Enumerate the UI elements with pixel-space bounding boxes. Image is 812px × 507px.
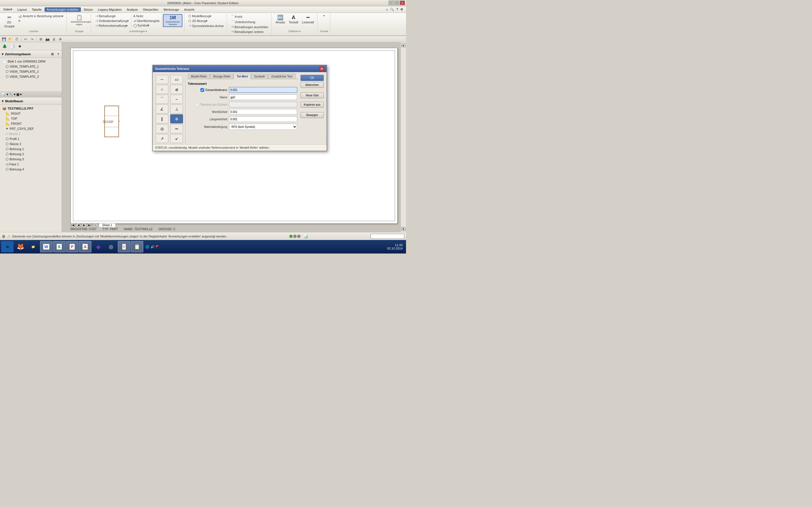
menu-werkzeuge[interactable]: Werkzeuge [161,7,181,12]
btn-bemassung-ausrichten[interactable]: ⊣Bemaßungen ausrichten [230,25,269,29]
btn-2d-bezug[interactable]: ⬡2D-Bezug▾ [187,19,225,23]
gesamttoleranz-checkbox[interactable] [200,88,204,92]
sym-check[interactable]: ⌀ [170,85,183,94]
tree-item-profil1[interactable]: ⬡ Profil 1 [0,136,62,142]
qa-print[interactable]: 🖨 [51,37,57,42]
tree-item-fase1[interactable]: ◁ Fase 1 [0,162,62,167]
sym-arrow2[interactable]: ↙ [170,134,183,143]
qa-open[interactable]: 📂 [8,37,13,42]
menu-skizze[interactable]: Skizze [82,7,95,12]
settings-icon[interactable]: ⚙ [400,8,403,11]
bewegen-button[interactable]: Bewegen [301,112,324,118]
btn-linienstil[interactable]: ━ Linienstil [301,14,315,25]
taskbar-app7[interactable]: ◎ [105,241,117,252]
abbrechen-button[interactable]: Abbrechen [301,82,324,88]
tree-item-bohrung1[interactable]: ⬡ Bohrung 1 [0,147,62,152]
panel-icon-star[interactable]: ★ [16,43,23,49]
taskbar-access[interactable]: A [79,241,91,252]
sym-perp[interactable]: ⊥ [170,105,183,114]
search-home-icon[interactable]: ⌂ [386,8,388,11]
sym-angle[interactable]: ∠ [156,105,168,114]
btn-bemassung[interactable]: ⊣Bemaßung▾ [94,14,130,18]
taskbar-powerpoint[interactable]: P [66,241,79,252]
menu-legacy[interactable]: Legacy-Migration [96,7,124,12]
tree-item-right[interactable]: 📐 RIGHT [0,111,62,116]
kopieren-aus-button[interactable]: Kopieren aus [301,102,324,108]
close-button[interactable]: ✕ [400,1,405,5]
scroll-up-btn[interactable]: ▲ [401,43,406,47]
tree-item-bohrung2[interactable]: ⬡ Bohrung 2 [0,152,62,157]
taskbar-word[interactable]: W [40,241,52,252]
btn-knick[interactable]: ⌒Knick [230,14,269,19]
qa-view[interactable]: ⊞ [38,37,44,42]
sym-arc1[interactable]: ⌒ [156,95,168,104]
btn-ansicht-beziehung[interactable]: 📊Ansicht in Beziehung setzen▾ [17,14,64,18]
laengeneinheit-input[interactable] [229,116,297,122]
menu-uberpruefen[interactable]: Überprüfen [141,7,161,12]
materialbedingung-select[interactable]: RFS (kein Symbol) MMC LMC [229,124,297,130]
btn-modellbezug[interactable]: ⬡Modellbezug▾ [187,14,225,18]
menu-layout[interactable]: Layout [15,7,29,12]
tree-options-btn[interactable]: ▤ [50,52,55,57]
minimize-button[interactable]: ─ [389,1,394,5]
sym-equals[interactable]: ═ [170,124,183,133]
neue-gtol-button[interactable]: Neue Gtol [301,93,324,98]
tree-item-vt2[interactable]: ⬡ VIEW_TEMPLATE_2 [0,69,62,74]
sym-circle2[interactable]: ◎ [156,124,168,133]
tree-item-bohrung4[interactable]: ⬡ Bohrung 4 [0,167,62,172]
tree-item-skizze2[interactable]: ⬡ Skizze 2 [0,142,62,147]
tol-pro-einheit-checkbox[interactable] [195,103,199,107]
btn-unterbrechung[interactable]: ⌒Unterbrechung [230,19,269,24]
taskbar-vs[interactable]: ◆ [92,241,104,252]
tree-item-vt1[interactable]: ⬡ VIEW_TEMPLATE_1 [0,64,62,69]
taskbar-excel[interactable]: X [53,241,65,252]
btn-ordinatenbemassung[interactable]: ⊣Ordinatenbemaßung▾ [94,19,130,23]
tree-item-csys[interactable]: ✴ PRT_CSYS_DEF [0,126,62,131]
tree-item-part[interactable]: 📦 TESTWELLE.PRT [0,106,62,111]
search-icon[interactable]: 🔍 [390,8,394,11]
maximize-button[interactable]: □ [394,1,399,5]
btn-loeschen[interactable]: ✕ [17,19,64,23]
btn-oberflaeche[interactable]: ⊿Oberflächengüte [132,18,161,23]
qa-screenshot[interactable]: 📷 [45,37,50,42]
sym-arrow1[interactable]: ↗ [156,134,168,143]
menu-analyse[interactable]: Analyse [124,7,140,12]
name-input[interactable] [229,94,297,100]
tab-bezugs-refer[interactable]: Bezugs-Refer [210,74,234,79]
btn-textstil[interactable]: A Textstil [287,14,300,25]
tab-zusaetzlicher[interactable]: Zusätzlicher Text [268,74,296,79]
taskbar-creo[interactable]: I [118,241,130,252]
tab-modell-refer[interactable]: Modell-Refer [188,74,210,79]
dialog-close-button[interactable]: ✕ [319,66,324,71]
panel-icon-layers[interactable]: 📑 [9,43,15,49]
taskbar-explorer[interactable]: 📁 [27,241,40,252]
sym-arc2[interactable]: ⌢ [170,95,183,104]
btn-modellanmerkungen[interactable]: 📋 Modellanmerkungen zeigen [69,14,89,26]
menu-tabelle[interactable]: Tabelle [30,7,44,12]
qa-new[interactable]: 🗒 [14,37,20,42]
btn-ansatz[interactable]: 🔤 Ansatz [274,14,287,25]
tree-item-vt3[interactable]: ⬡ VIEW_TEMPLATE_3 [0,74,62,79]
btn-geometrische-toleranz[interactable]: 1M Geometrische Toleranz [163,14,183,27]
taskbar-firefox[interactable]: 🦊 [14,241,27,252]
sym-rect[interactable]: ▭ [170,75,183,84]
tree-item-front[interactable]: 📐 FRONT [0,121,62,126]
qa-add[interactable]: ⊕ [57,37,63,42]
tree-item-blatt[interactable]: 📄 Blatt 1 von DRW0001.DRW [0,59,62,64]
btn-bemassung-ordnen[interactable]: ⊣Bemaßungen ordnen [230,30,269,34]
menu-anmerkungen[interactable]: Anmerkungen erstellen [45,7,81,12]
btn-symmetrielinien[interactable]: ⊣Symmetrielinien-Achse [187,24,225,28]
btn-referenzbemassung[interactable]: ⊣Referenzbemaßung▾ [94,24,130,28]
taskbar-app9[interactable]: 📋 [131,241,143,252]
tree-expand-btn[interactable]: ▾ [56,52,61,57]
menu-datei[interactable]: Datei▾ [1,7,15,12]
scroll-down-btn[interactable]: ▼ [401,227,406,231]
sym-line[interactable]: ─ [156,75,168,84]
wert-einheit-input[interactable] [229,109,297,115]
menu-ansicht[interactable]: Ansicht [182,7,197,12]
qa-redo[interactable]: ↪ [29,37,35,42]
help-icon[interactable]: ? [396,8,398,11]
tab-symbole[interactable]: Symbole [251,74,268,79]
start-button[interactable]: ⊞ [1,241,13,252]
status-input[interactable] [370,234,404,239]
